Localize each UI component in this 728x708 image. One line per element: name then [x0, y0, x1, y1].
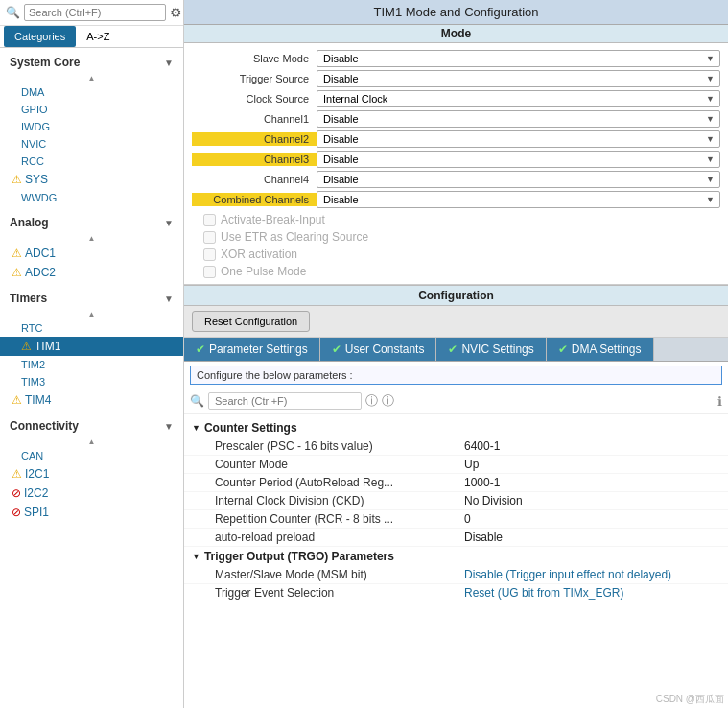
check-icon-dma: ✔: [558, 342, 568, 356]
channel1-select[interactable]: Disable: [317, 110, 720, 128]
params-tree: ▼ Counter Settings Prescaler (PSC - 16 b…: [184, 414, 728, 606]
tab-parameter-settings[interactable]: ✔ Parameter Settings: [184, 338, 320, 361]
checkbox-break-input-check[interactable]: [203, 214, 216, 226]
watermark: CSDN @西瓜面: [656, 693, 724, 706]
tab-dma-settings[interactable]: ✔ DMA Settings: [547, 338, 654, 361]
sidebar-item-rcc[interactable]: RCC: [0, 153, 183, 170]
divider-connectivity: [0, 437, 183, 447]
sidebar-item-tim3[interactable]: TIM3: [0, 373, 183, 390]
row-prescaler: Prescaler (PSC - 16 bits value) 6400-1: [184, 437, 728, 456]
row-counter-mode: Counter Mode Up: [184, 456, 728, 474]
channel4-label: Channel4: [192, 174, 317, 185]
divider-analog: [0, 233, 183, 244]
chevron-down-icon-analog: ▼: [164, 218, 174, 228]
info-icon-1[interactable]: ⓘ: [365, 392, 378, 410]
clock-source-select-wrapper: Internal Clock: [317, 90, 720, 107]
config-toolbar: Reset Configuration: [184, 306, 728, 338]
prescaler-label: Prescaler (PSC - 16 bits value): [215, 439, 464, 453]
counter-settings-group[interactable]: ▼ Counter Settings: [184, 418, 728, 437]
channel3-select-wrapper: Disable: [317, 151, 720, 168]
combined-channels-select[interactable]: Disable: [317, 191, 720, 208]
sidebar-item-nvic[interactable]: NVIC: [0, 135, 183, 153]
sidebar-item-wwdg[interactable]: WWDG: [0, 189, 183, 206]
chevron-down-icon: ▼: [164, 58, 174, 68]
sidebar-item-tim1[interactable]: ⚠TIM1: [0, 337, 183, 356]
row-rcr: Repetition Counter (RCR - 8 bits ... 0: [184, 510, 728, 529]
trigger-source-select-wrapper: Disable: [317, 70, 720, 87]
sidebar-item-dma[interactable]: DMA: [0, 83, 183, 101]
clock-source-select[interactable]: Internal Clock: [317, 90, 720, 107]
sidebar-item-tim2[interactable]: TIM2: [0, 356, 183, 373]
counter-settings-label: Counter Settings: [204, 421, 297, 435]
checkbox-xor-check[interactable]: [203, 248, 216, 261]
sidebar-item-adc1[interactable]: ⚠ADC1: [0, 244, 183, 263]
main-content: TIM1 Mode and Configuration Mode Slave M…: [184, 0, 728, 708]
tab-nvic-settings[interactable]: ✔ NVIC Settings: [436, 338, 546, 361]
channel3-select[interactable]: Disable: [317, 151, 720, 168]
tab-atoz[interactable]: A->Z: [76, 26, 120, 47]
section-timers: Timers ▼ RTC ⚠TIM1 TIM2 TIM3 ⚠TIM4: [0, 284, 183, 412]
prescaler-value: 6400-1: [464, 439, 500, 453]
gear-icon[interactable]: ⚙: [170, 5, 182, 20]
section-system-core-header[interactable]: System Core ▼: [0, 50, 183, 73]
sidebar-tab-bar: Categories A->Z: [0, 26, 183, 48]
sidebar-item-sys[interactable]: ⚠SYS: [0, 170, 183, 189]
collapse-icon-trigger: ▼: [192, 552, 200, 561]
tab-user-constants[interactable]: ✔ User Constants: [320, 338, 437, 361]
checkbox-break-input-label: Activate-Break-Input: [221, 213, 325, 226]
row-trigger-event: Trigger Event Selection Reset (UG bit fr…: [184, 584, 728, 602]
msm-value: Disable (Trigger input effect not delaye…: [464, 568, 671, 581]
info-icon-2[interactable]: ⓘ: [382, 392, 394, 410]
info-icon-3[interactable]: ℹ: [717, 394, 722, 409]
auto-reload-label: auto-reload preload: [215, 531, 464, 544]
checkbox-break-input: Activate-Break-Input: [192, 211, 720, 228]
trigger-output-group[interactable]: ▼ Trigger Output (TRGO) Parameters: [184, 547, 728, 566]
sidebar-item-can[interactable]: CAN: [0, 447, 183, 464]
checkbox-etr-label: Use ETR as Clearing Source: [221, 230, 368, 244]
sidebar-item-adc2[interactable]: ⚠ADC2: [0, 263, 183, 282]
config-section-header: Configuration: [184, 285, 728, 306]
section-analog-header[interactable]: Analog ▼: [0, 210, 183, 233]
tab-categories[interactable]: Categories: [4, 26, 76, 47]
section-connectivity-header[interactable]: Connectivity ▼: [0, 413, 183, 437]
row-ckd: Internal Clock Division (CKD) No Divisio…: [184, 492, 728, 510]
counter-mode-label: Counter Mode: [215, 458, 464, 471]
sidebar-item-i2c2[interactable]: ⊘I2C2: [0, 484, 183, 503]
mode-row-trigger: Trigger Source Disable: [192, 70, 720, 87]
channel4-select[interactable]: Disable: [317, 171, 720, 188]
section-timers-header[interactable]: Timers ▼: [0, 286, 183, 309]
divider-timers: [0, 309, 183, 319]
config-tabs-bar: ✔ Parameter Settings ✔ User Constants ✔ …: [184, 338, 728, 362]
mode-row-clock: Clock Source Internal Clock: [192, 90, 720, 107]
trigger-source-select[interactable]: Disable: [317, 70, 720, 87]
error-icon-spi1: ⊘: [12, 506, 21, 519]
check-icon-nvic: ✔: [448, 342, 458, 356]
sidebar-item-spi1[interactable]: ⊘SPI1: [0, 503, 183, 522]
sidebar-item-iwdg[interactable]: IWDG: [0, 118, 183, 135]
reset-configuration-button[interactable]: Reset Configuration: [192, 311, 310, 332]
channel2-select[interactable]: Disable: [317, 130, 720, 148]
sidebar-item-tim4[interactable]: ⚠TIM4: [0, 390, 183, 410]
warning-icon-i2c1: ⚠: [12, 467, 22, 481]
search-icon-params: 🔍: [190, 394, 204, 408]
channel2-label: Channel2: [192, 132, 317, 146]
slave-mode-label: Slave Mode: [192, 53, 317, 64]
warning-icon-adc1: ⚠: [12, 247, 22, 260]
chevron-down-icon-connectivity: ▼: [164, 421, 174, 432]
checkbox-one-pulse-check[interactable]: [203, 266, 216, 278]
mode-table: Slave Mode Disable Trigger Source Disabl…: [184, 43, 728, 285]
config-content: Configure the below parameters : 🔍 ⓘ ⓘ ℹ…: [184, 362, 728, 708]
mode-row-slave: Slave Mode Disable: [192, 50, 720, 67]
mode-row-combined: Combined Channels Disable: [192, 191, 720, 208]
checkbox-etr-check[interactable]: [203, 231, 216, 244]
mode-section-header: Mode: [184, 25, 728, 43]
sidebar-search-input[interactable]: [24, 4, 166, 21]
sidebar-item-rtc[interactable]: RTC: [0, 319, 183, 337]
section-analog: Analog ▼ ⚠ADC1 ⚠ADC2: [0, 208, 183, 284]
channel1-select-wrapper: Disable: [317, 110, 720, 128]
sidebar-item-gpio[interactable]: GPIO: [0, 101, 183, 118]
section-system-core-label: System Core: [10, 56, 80, 69]
sidebar-item-i2c1[interactable]: ⚠I2C1: [0, 464, 183, 484]
slave-mode-select[interactable]: Disable: [317, 50, 720, 67]
params-search-input[interactable]: [208, 392, 362, 410]
